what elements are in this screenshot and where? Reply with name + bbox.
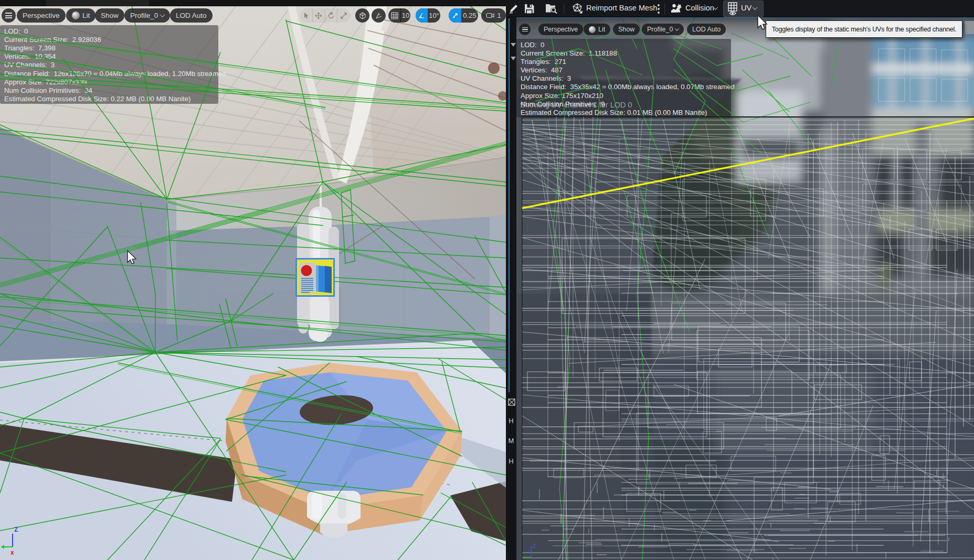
svg-text:Distance Field: 35x35x42 = 0.: Distance Field: 35x35x42 = 0.00Mb always… [521,83,735,91]
svg-text:Z: Z [533,543,536,549]
svg-text:LOD: 0: LOD: 0 [4,27,28,35]
svg-text:Triangles: 271: Triangles: 271 [521,58,566,66]
svg-text:Estimated Compressed Disk Size: Estimated Compressed Disk Size: 0.22 MB … [4,95,190,103]
svg-text:Estimated Compressed Disk Size: Estimated Compressed Disk Size: 0.01 MB … [521,109,707,116]
svg-text:Triangles: 7,398: Triangles: 7,398 [4,44,56,52]
svg-text:Num Collision Primitives: 34: Num Collision Primitives: 34 [4,87,92,94]
svg-text:Current Screen Size: 1.118188: Current Screen Size: 1.118188 [521,49,617,57]
svg-text:Vertices: 487: Vertices: 487 [521,66,563,74]
svg-text:Vertices: 10,354: Vertices: 10,354 [4,52,56,60]
svg-text:x: x [10,549,14,556]
svg-text:Current Screen Size: 2.928036: Current Screen Size: 2.928036 [4,36,101,44]
svg-text:UV Channels: 3: UV Channels: 3 [521,74,571,82]
svg-text:UV Channels: 3: UV Channels: 3 [4,61,55,69]
svg-text:Z: Z [14,526,18,533]
